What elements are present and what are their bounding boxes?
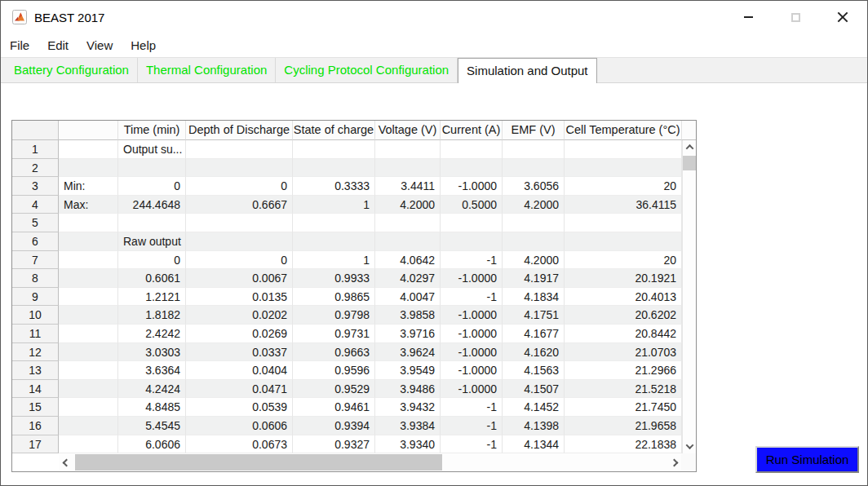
table-cell[interactable] <box>59 159 118 178</box>
table-cell[interactable] <box>503 140 565 159</box>
table-cell[interactable] <box>503 214 565 232</box>
table-cell[interactable]: 0 <box>186 177 293 196</box>
table-cell[interactable]: 1.2121 <box>118 288 186 307</box>
table-cell[interactable]: 0 <box>118 177 186 196</box>
menu-help[interactable]: Help <box>122 33 165 57</box>
scroll-down-button[interactable] <box>683 440 696 453</box>
table-cell[interactable]: 4.1917 <box>503 269 565 288</box>
table-cell[interactable] <box>565 232 682 251</box>
table-cell[interactable] <box>565 140 682 159</box>
table-cell[interactable]: -1 <box>441 251 503 270</box>
table-cell[interactable]: 3.6364 <box>118 361 186 380</box>
table-cell[interactable]: 3.9432 <box>375 398 441 417</box>
table-cell[interactable]: -1 <box>441 435 503 454</box>
table-cell[interactable]: 4.1344 <box>503 435 565 454</box>
table-cell[interactable]: 4.1452 <box>503 398 565 417</box>
table-cell[interactable]: 4.2000 <box>503 196 565 214</box>
table-cell[interactable] <box>503 232 565 251</box>
table-cell[interactable]: 0.6061 <box>118 269 186 288</box>
table-cell[interactable]: 0.0135 <box>186 288 293 307</box>
table-cell[interactable] <box>186 214 293 232</box>
vertical-scrollbar[interactable] <box>682 140 696 453</box>
table-cell[interactable]: 20 <box>565 251 682 270</box>
table-cell[interactable]: 0.9663 <box>293 343 375 362</box>
table-cell[interactable] <box>441 232 503 251</box>
table-cell[interactable] <box>293 232 375 251</box>
table-cell[interactable]: 21.2966 <box>565 361 682 380</box>
menu-edit[interactable]: Edit <box>38 33 78 57</box>
table-cell[interactable]: 0.9933 <box>293 269 375 288</box>
table-cell[interactable]: -1 <box>441 288 503 307</box>
table-cell[interactable] <box>565 214 682 232</box>
table-cell[interactable]: 22.1838 <box>565 435 682 454</box>
table-cell[interactable]: 4.0047 <box>375 288 441 307</box>
table-cell[interactable]: 0.3333 <box>293 177 375 196</box>
table-cell[interactable]: Raw output <box>118 232 186 251</box>
table-cell[interactable]: 2.4242 <box>118 325 186 343</box>
table-cell[interactable]: -1.0000 <box>441 361 503 380</box>
table-cell[interactable] <box>186 232 293 251</box>
table-cell[interactable]: 3.9486 <box>375 380 441 399</box>
horizontal-scrollbar[interactable] <box>12 453 696 471</box>
scroll-up-button[interactable] <box>683 140 696 154</box>
table-cell[interactable]: 0.9529 <box>293 380 375 399</box>
table-cell[interactable] <box>59 288 118 307</box>
table-cell[interactable] <box>59 269 118 288</box>
table-cell[interactable] <box>375 159 441 178</box>
table-cell[interactable]: 0.0202 <box>186 306 293 325</box>
table-cell[interactable]: 0.9394 <box>293 417 375 435</box>
table-cell[interactable]: 4.1834 <box>503 288 565 307</box>
table-cell[interactable]: 3.9340 <box>375 435 441 454</box>
table-cell[interactable]: 4.0297 <box>375 269 441 288</box>
table-cell[interactable]: 0.0539 <box>186 398 293 417</box>
table-cell[interactable]: 0.9865 <box>293 288 375 307</box>
table-cell[interactable]: 0.0606 <box>186 417 293 435</box>
table-cell[interactable]: 20.1921 <box>565 269 682 288</box>
table-cell[interactable]: 0.9596 <box>293 361 375 380</box>
table-cell[interactable]: 4.2000 <box>503 251 565 270</box>
table-cell[interactable]: 4.1751 <box>503 306 565 325</box>
table-cell[interactable]: 0.0673 <box>186 435 293 454</box>
table-cell[interactable]: 0 <box>118 251 186 270</box>
table-cell[interactable] <box>59 232 118 251</box>
table-cell[interactable]: 1.8182 <box>118 306 186 325</box>
table-cell[interactable] <box>59 325 118 343</box>
table-cell[interactable]: 0.6667 <box>186 196 293 214</box>
table-cell[interactable]: Max: <box>59 196 118 214</box>
table-cell[interactable]: 4.8485 <box>118 398 186 417</box>
table-cell[interactable]: 0.0471 <box>186 380 293 399</box>
menu-file[interactable]: File <box>9 33 38 57</box>
table-cell[interactable] <box>118 159 186 178</box>
table-cell[interactable]: 4.1398 <box>503 417 565 435</box>
table-cell[interactable] <box>441 159 503 178</box>
table-cell[interactable]: 4.2000 <box>375 196 441 214</box>
table-cell[interactable]: 5.4545 <box>118 417 186 435</box>
table-cell[interactable] <box>375 232 441 251</box>
table-cell[interactable]: 4.1563 <box>503 361 565 380</box>
table-cell[interactable] <box>59 140 118 159</box>
scroll-left-button[interactable] <box>59 453 73 471</box>
table-cell[interactable]: 3.6056 <box>503 177 565 196</box>
table-cell[interactable]: -1.0000 <box>441 306 503 325</box>
table-cell[interactable]: 6.0606 <box>118 435 186 454</box>
table-cell[interactable]: 0.9731 <box>293 325 375 343</box>
vertical-scroll-thumb[interactable] <box>683 156 696 170</box>
table-cell[interactable]: 0.5000 <box>441 196 503 214</box>
scroll-right-button[interactable] <box>666 453 681 471</box>
table-cell[interactable] <box>59 380 118 399</box>
table-cell[interactable]: 20.8442 <box>565 325 682 343</box>
table-cell[interactable]: Output su... <box>118 140 186 159</box>
table-cell[interactable]: 3.9858 <box>375 306 441 325</box>
table-cell[interactable]: 4.1677 <box>503 325 565 343</box>
table-cell[interactable]: 244.4648 <box>118 196 186 214</box>
table-cell[interactable]: -1.0000 <box>441 325 503 343</box>
table-cell[interactable]: 0 <box>186 251 293 270</box>
table-cell[interactable] <box>59 306 118 325</box>
table-cell[interactable]: 20.4013 <box>565 288 682 307</box>
table-cell[interactable]: 20.6202 <box>565 306 682 325</box>
table-cell[interactable] <box>59 251 118 270</box>
table-cell[interactable] <box>59 343 118 362</box>
table-cell[interactable]: 1 <box>293 196 375 214</box>
table-cell[interactable] <box>59 435 118 454</box>
table-cell[interactable] <box>59 398 118 417</box>
